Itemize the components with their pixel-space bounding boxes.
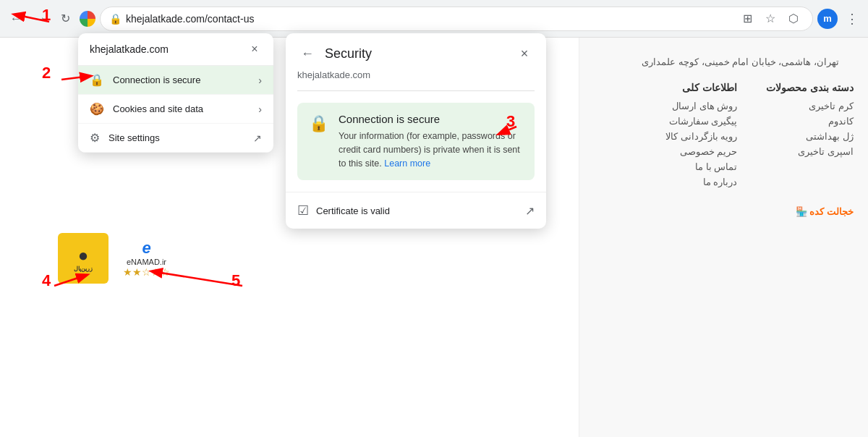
secure-lock-icon: 🔒 xyxy=(309,114,328,133)
connection-secure-box: 🔒 Connection is secure Your information … xyxy=(297,103,535,180)
reload-button[interactable]: ↻ xyxy=(55,9,75,29)
chevron-right-icon: › xyxy=(258,75,262,86)
footer-link-returns[interactable]: رویه بازگردانی کالا xyxy=(665,131,737,142)
zarin-badge[interactable]: ● زرین‌پال xyxy=(58,233,109,284)
footer-section-info: اطلاعات کلی روش های ارسال پیگیری سفارشات… xyxy=(665,82,737,192)
footer-link-gel[interactable]: ژل بهداشتی xyxy=(766,131,854,142)
footer-link-spray[interactable]: اسپری تاخیری xyxy=(766,146,854,157)
footer-title-info: اطلاعات کلی xyxy=(665,82,737,93)
security-header-left: ← Security xyxy=(297,43,372,64)
cookie-icon: 🍪 xyxy=(90,102,104,116)
footer-link-shipping[interactable]: روش های ارسال xyxy=(665,101,737,111)
footer-title-products: دسته بندی محصولات xyxy=(766,82,854,93)
secure-title: Connection is secure xyxy=(339,113,523,125)
popup-cookies-label: Cookies and site data xyxy=(113,103,258,114)
badge-area: ● زرین‌پال e eNAMAD.ir ★★☆☆☆ xyxy=(58,233,170,284)
translate-button[interactable]: ⊞ xyxy=(737,9,757,29)
security-content: 🔒 Connection is secure Your information … xyxy=(286,91,546,192)
page-footer: تهران، هاشمی، خیابان امام خمینی، کوچه عل… xyxy=(579,38,868,437)
enamad-badge[interactable]: e eNAMAD.ir ★★☆☆☆ xyxy=(123,239,170,278)
gear-icon: ⚙ xyxy=(90,131,100,145)
profile-button[interactable]: m xyxy=(817,9,838,29)
chevron-right-icon: › xyxy=(258,103,262,115)
external-link-icon: ↗ xyxy=(525,204,535,218)
site-popup-domain: khejalatkade.com xyxy=(90,43,169,55)
menu-button[interactable]: ⋮ xyxy=(842,9,862,29)
lock-icon: 🔒 xyxy=(109,13,122,25)
chrome-logo xyxy=(80,11,95,27)
site-info-popup: khejalatkade.com × 🔒 Connection is secur… xyxy=(78,33,273,153)
back-button[interactable]: ← xyxy=(6,9,26,29)
footer-link-cream[interactable]: کرم تاخیری xyxy=(766,101,854,111)
certificate-label: Certificate is valid xyxy=(316,205,390,216)
security-title: Security xyxy=(325,46,372,61)
enamad-logo: e xyxy=(142,239,150,258)
address-actions: ⊞ ☆ ⬡ xyxy=(737,9,804,29)
security-panel-header: ← Security × xyxy=(286,33,546,69)
footer-link-privacy[interactable]: حریم خصوصی xyxy=(665,146,737,157)
certificate-icon: ☑ xyxy=(297,203,309,218)
brand-label: خجالت کده 🏪 xyxy=(594,206,854,217)
security-domain: khejalatkade.com xyxy=(286,69,546,90)
security-panel: ← Security × khejalatkade.com 🔒 Connecti… xyxy=(286,33,546,229)
popup-settings-label: Site settings xyxy=(109,132,253,143)
secure-text-area: Connection is secure Your information (f… xyxy=(339,113,523,170)
popup-connection-label: Connection is secure xyxy=(113,75,258,85)
forward-button[interactable]: → xyxy=(30,9,51,29)
enamad-text: eNAMAD.ir xyxy=(127,258,166,266)
bookmark-button[interactable]: ☆ xyxy=(760,9,780,29)
footer-link-condom[interactable]: کاندوم xyxy=(766,116,854,127)
stars: ★★☆☆☆ xyxy=(123,266,170,278)
footer-link-contact[interactable]: تماس با ما xyxy=(665,161,737,172)
site-popup-close-button[interactable]: × xyxy=(247,42,262,56)
popup-item-connection[interactable]: 🔒 Connection is secure › xyxy=(78,66,273,95)
footer-link-tracking[interactable]: پیگیری سفارشات xyxy=(665,116,737,127)
popup-item-cookies[interactable]: 🍪 Cookies and site data › xyxy=(78,95,273,124)
footer-link-about[interactable]: درباره ما xyxy=(665,177,737,187)
certificate-left: ☑ Certificate is valid xyxy=(297,203,390,218)
address-bar[interactable]: 🔒 khejalatkade.com/contact-us ⊞ ☆ ⬡ xyxy=(100,7,813,31)
zarin-label: زرین‌پال xyxy=(74,266,93,272)
external-link-icon: ↗ xyxy=(253,132,262,144)
extensions-button[interactable]: ⬡ xyxy=(783,9,804,29)
learn-more-link[interactable]: Learn more xyxy=(384,158,430,169)
footer-section-products: دسته بندی محصولات کرم تاخیری کاندوم ژل ب… xyxy=(766,82,854,192)
popup-item-settings[interactable]: ⚙ Site settings ↗ xyxy=(78,124,273,153)
security-back-button[interactable]: ← xyxy=(297,43,318,64)
secure-description: Your information (for example, passwords… xyxy=(339,130,523,170)
browser-toolbar: ← → ↻ 🔒 khejalatkade.com/contact-us ⊞ ☆ … xyxy=(0,0,868,38)
address-text: khejalatkade.com/contact-us xyxy=(126,13,733,25)
site-popup-header: khejalatkade.com × xyxy=(78,33,273,66)
security-close-button[interactable]: × xyxy=(514,43,535,64)
certificate-row[interactable]: ☑ Certificate is valid ↗ xyxy=(286,192,546,229)
page-address: تهران، هاشمی، خیابان امام خمینی، کوچه عل… xyxy=(594,49,854,75)
lock-icon: 🔒 xyxy=(90,73,104,87)
